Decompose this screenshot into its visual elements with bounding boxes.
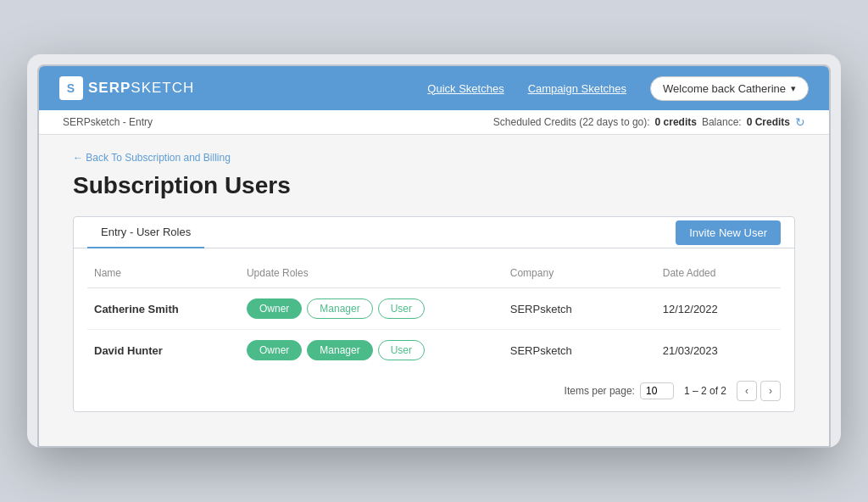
refresh-icon[interactable]: ↻ — [795, 115, 805, 129]
user-name: Catherine Smith — [94, 303, 179, 315]
user-roles-cell: OwnerManagerUser — [240, 330, 504, 371]
table-row: Catherine SmithOwnerManagerUserSERPsketc… — [87, 288, 781, 330]
roles-group: OwnerManagerUser — [247, 298, 497, 319]
nav-links: Quick Sketches Campaign Sketches Welcome… — [427, 76, 809, 101]
user-date-cell: 21/03/2023 — [656, 330, 781, 371]
per-page-select[interactable]: 10 25 50 — [640, 382, 674, 399]
page-title: Subscription Users — [73, 172, 795, 199]
table-header: Name Update Roles Company Date Added — [87, 262, 781, 288]
tabs-row: Entry - User Roles Invite New User — [74, 217, 794, 248]
items-per-page-label: Items per page: — [565, 385, 635, 397]
user-menu-button[interactable]: Welcome back Catherine — [650, 76, 809, 101]
users-table: Name Update Roles Company Date Added Cat… — [87, 262, 781, 371]
laptop-screen: S SERPSKETCH Quick Sketches Campaign Ske… — [37, 64, 831, 448]
table-body: Catherine SmithOwnerManagerUserSERPsketc… — [87, 288, 781, 371]
logo-text: SERPSKETCH — [88, 80, 194, 97]
user-name: David Hunter — [94, 344, 163, 357]
role-button-manager[interactable]: Manager — [307, 298, 372, 319]
col-header-date-added: Date Added — [656, 262, 781, 288]
balance-label: Balance: — [702, 116, 742, 128]
user-date-cell: 12/12/2022 — [656, 288, 781, 330]
roles-group: OwnerManagerUser — [247, 340, 497, 360]
items-per-page: Items per page: 10 25 50 — [565, 382, 674, 399]
scheduled-value: 0 credits — [655, 116, 697, 128]
navbar: S SERPSKETCH Quick Sketches Campaign Ske… — [39, 66, 829, 110]
next-page-button[interactable]: › — [760, 381, 781, 401]
user-name-cell: Catherine Smith — [87, 288, 240, 330]
role-button-owner[interactable]: Owner — [247, 340, 302, 360]
campaign-sketches-link[interactable]: Campaign Sketches — [528, 82, 626, 95]
pagination-range: 1 – 2 of 2 — [684, 385, 726, 397]
breadcrumb: SERPsketch - Entry — [63, 116, 153, 128]
table-row: David HunterOwnerManagerUserSERPsketch21… — [87, 330, 781, 371]
user-name-cell: David Hunter — [87, 330, 240, 371]
tab-container: Entry - User Roles Invite New User Name … — [73, 216, 795, 412]
invite-new-user-button[interactable]: Invite New User — [676, 220, 781, 245]
table-wrapper: Name Update Roles Company Date Added Cat… — [74, 248, 794, 371]
col-header-company: Company — [504, 262, 656, 288]
prev-page-button[interactable]: ‹ — [737, 381, 757, 401]
main-content: ← Back To Subscription and Billing Subsc… — [39, 135, 829, 446]
user-company-cell: SERPsketch — [504, 288, 656, 330]
table-footer: Items per page: 10 25 50 1 – 2 of 2 ‹ › — [74, 371, 794, 411]
user-roles-cell: OwnerManagerUser — [240, 288, 504, 330]
role-button-manager[interactable]: Manager — [307, 340, 372, 360]
scheduled-label: Scheduled Credits (22 days to go): — [493, 116, 650, 128]
subheader: SERPsketch - Entry Scheduled Credits (22… — [39, 110, 829, 135]
role-button-user[interactable]: User — [378, 298, 425, 319]
logo-icon: S — [59, 76, 83, 100]
col-header-update-roles: Update Roles — [240, 262, 504, 288]
back-link[interactable]: ← Back To Subscription and Billing — [73, 152, 795, 164]
balance-value: 0 Credits — [747, 116, 790, 128]
laptop-shell: S SERPSKETCH Quick Sketches Campaign Ske… — [27, 54, 841, 448]
logo: S SERPSKETCH — [59, 76, 194, 100]
tab-entry-user-roles[interactable]: Entry - User Roles — [87, 217, 204, 248]
role-button-user[interactable]: User — [378, 340, 425, 360]
col-header-name: Name — [87, 262, 240, 288]
quick-sketches-link[interactable]: Quick Sketches — [427, 82, 504, 95]
user-company-cell: SERPsketch — [504, 330, 656, 371]
role-button-owner[interactable]: Owner — [247, 298, 302, 319]
subheader-right: Scheduled Credits (22 days to go): 0 cre… — [493, 115, 805, 129]
pagination-buttons: ‹ › — [737, 381, 781, 401]
